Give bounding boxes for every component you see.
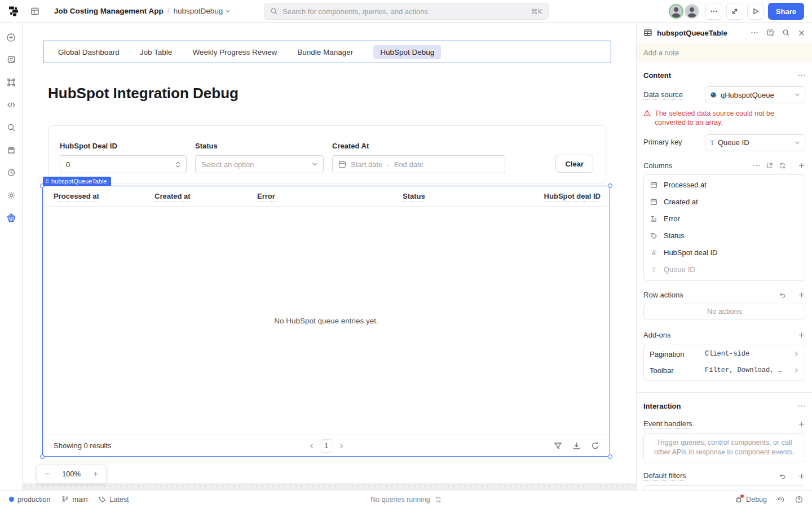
row-actions-reset-icon[interactable]	[779, 291, 786, 299]
tab-global-dashboard[interactable]: Global Dashboard	[58, 48, 120, 56]
tag-icon	[650, 232, 657, 239]
page-number[interactable]: 1	[320, 439, 333, 453]
history-button[interactable]	[777, 496, 785, 503]
column-item-error[interactable]: Error	[644, 211, 805, 227]
debug-alert-dot	[740, 494, 744, 498]
avatar[interactable]	[669, 4, 683, 19]
git-branch-icon	[61, 496, 69, 503]
columns-popout-icon[interactable]	[766, 162, 773, 169]
column-item-status[interactable]: Status	[644, 227, 805, 244]
filter-funnel-icon[interactable]	[554, 441, 562, 450]
column-header-hubspot-deal-id[interactable]: HubSpot deal ID	[528, 192, 601, 200]
debug-toggle[interactable]: Debug	[735, 496, 767, 503]
tab-weekly-progress-review[interactable]: Weekly Progress Review	[192, 48, 277, 56]
refresh-icon[interactable]	[435, 496, 442, 503]
chevron-down-icon	[795, 93, 800, 97]
share-button[interactable]: Share	[768, 3, 804, 20]
add-note-input[interactable]: Add a note	[637, 43, 812, 62]
zoom-control: − 100% +	[36, 464, 107, 484]
columns-label: Columns	[643, 161, 672, 170]
modules-icon[interactable]	[2, 141, 20, 159]
resize-handle[interactable]	[608, 183, 612, 188]
queries-status: No queries running	[370, 496, 442, 503]
tab-bundle-manager[interactable]: Bundle Manager	[297, 48, 353, 56]
panel-toggle-icon[interactable]	[27, 3, 43, 19]
page-selector[interactable]: hubspotDebug	[174, 7, 231, 15]
retool-logo[interactable]	[6, 3, 21, 19]
addons-list: Pagination Client-side Toolbar Filter, D…	[643, 344, 805, 381]
deal-id-input[interactable]: 0	[60, 155, 187, 173]
column-item-created-at[interactable]: Created at	[644, 194, 805, 211]
resize-handle[interactable]	[608, 454, 612, 459]
next-page-icon[interactable]	[338, 443, 345, 449]
data-source-select[interactable]: qHubspotQueue	[705, 86, 805, 103]
pages-icon[interactable]	[2, 51, 20, 69]
canvas-grid-strip	[23, 483, 636, 490]
global-search-input[interactable]: Search for components, queries, and acti…	[264, 3, 549, 20]
prev-page-icon[interactable]	[308, 443, 315, 449]
download-icon[interactable]	[572, 441, 581, 450]
zoom-out-button[interactable]: −	[45, 470, 50, 479]
status-select[interactable]: Select an option	[195, 155, 324, 173]
inspector-close-icon[interactable]	[798, 29, 805, 37]
date-range-input[interactable]: Start date - End date	[332, 155, 505, 173]
more-actions-button[interactable]	[705, 3, 722, 20]
column-header-error[interactable]: Error	[257, 192, 403, 200]
add-event-handler-icon[interactable]	[798, 421, 805, 428]
inspector-docs-icon[interactable]	[766, 29, 774, 37]
interaction-section-title: Interaction	[643, 402, 681, 410]
default-filters-label: Default filters	[643, 471, 686, 481]
resize-handle[interactable]	[40, 454, 45, 459]
column-header-created-at[interactable]: Created at	[155, 192, 257, 200]
inspector-more-icon[interactable]	[751, 29, 758, 37]
column-header-status[interactable]: Status	[403, 192, 528, 200]
default-filters-reset-icon[interactable]	[779, 472, 786, 480]
inspector-search-icon[interactable]	[782, 29, 790, 37]
calendar-icon	[338, 160, 346, 168]
refresh-icon[interactable]	[591, 441, 599, 450]
branch-selector[interactable]: main	[61, 496, 87, 503]
addon-toolbar[interactable]: Toolbar Filter, Download, …	[644, 362, 805, 379]
columns-more-icon[interactable]	[753, 162, 760, 169]
section-divider	[637, 392, 812, 393]
column-item-hubspot-deal-id[interactable]: # HubSpot deal ID	[644, 244, 805, 261]
add-column-icon[interactable]	[798, 162, 805, 169]
deal-id-label: HubSpot Deal ID	[60, 142, 187, 150]
content-more-icon[interactable]	[798, 72, 805, 79]
type-icon: T	[650, 266, 658, 273]
tab-hubspot-debug[interactable]: HubSpot Debug	[373, 45, 441, 59]
tab-job-table[interactable]: Job Table	[140, 48, 173, 56]
add-default-filter-icon[interactable]	[798, 472, 805, 480]
column-item-queue-id[interactable]: T Queue ID	[644, 261, 805, 278]
components-tree-icon[interactable]	[2, 73, 20, 91]
avatar[interactable]	[685, 4, 699, 19]
hubspot-queue-table[interactable]: Processed at Created at Error Status Hub…	[42, 186, 610, 457]
add-component-icon[interactable]	[2, 28, 20, 46]
help-button[interactable]	[795, 496, 803, 503]
drag-handle-icon[interactable]	[46, 179, 48, 184]
zoom-in-button[interactable]: +	[93, 470, 98, 479]
search-icon[interactable]	[2, 119, 20, 137]
interaction-more-icon[interactable]	[798, 402, 805, 410]
expand-button[interactable]	[726, 3, 743, 20]
column-header-processed-at[interactable]: Processed at	[54, 192, 155, 200]
add-addon-icon[interactable]	[798, 331, 805, 339]
clear-button[interactable]: Clear	[555, 155, 593, 173]
addon-pagination[interactable]: Pagination Client-side	[644, 346, 805, 362]
settings-gear-icon[interactable]	[2, 186, 20, 204]
component-name-pill[interactable]: hubspotQueueTable	[43, 177, 111, 186]
code-icon[interactable]	[2, 96, 20, 114]
primary-key-select[interactable]: T Queue ID	[705, 134, 805, 151]
add-row-action-icon[interactable]	[798, 291, 805, 299]
columns-sync-icon[interactable]	[779, 162, 786, 169]
left-toolbar	[0, 23, 23, 490]
release-selector[interactable]: Latest	[99, 496, 129, 503]
created-at-label: Created At	[332, 142, 505, 150]
number-stepper[interactable]	[175, 161, 180, 168]
preview-button[interactable]	[747, 3, 764, 20]
history-icon[interactable]	[2, 164, 20, 182]
breadcrumb: Job Costing Management App / hubspotDebu…	[54, 7, 231, 15]
environment-selector[interactable]: production	[9, 496, 50, 503]
column-item-processed-at[interactable]: Processed at	[644, 177, 805, 194]
retool-ai-icon[interactable]	[2, 209, 20, 227]
